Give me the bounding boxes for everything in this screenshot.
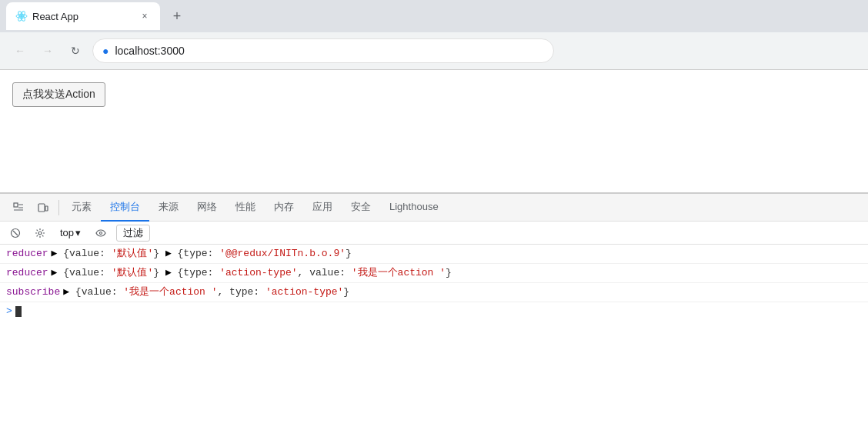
reload-button[interactable]: ↻	[65, 40, 86, 62]
svg-line-8	[13, 231, 18, 235]
url-bar[interactable]: ● localhost:3000	[92, 38, 554, 63]
forward-icon: →	[42, 45, 53, 57]
tab-performance[interactable]: 性能	[226, 194, 265, 222]
active-tab[interactable]: React App ×	[6, 2, 160, 30]
new-tab-button[interactable]: +	[166, 5, 188, 27]
address-bar: ← → ↻ ● localhost:3000	[0, 32, 868, 69]
tab-console[interactable]: 控制台	[101, 194, 149, 222]
svg-rect-4	[14, 203, 18, 207]
tab-sources[interactable]: 来源	[149, 194, 188, 222]
tab-close-button[interactable]: ×	[139, 10, 151, 22]
tab-application[interactable]: 应用	[303, 194, 342, 222]
context-selector[interactable]: top ▾	[55, 225, 85, 240]
console-content-2: ▶ {value: '默认值'} ▶ {type: 'action-type',…	[52, 265, 452, 281]
inspect-element-icon[interactable]	[6, 194, 31, 222]
page-content: 点我发送Action	[0, 70, 868, 193]
eye-icon-button[interactable]	[92, 224, 110, 242]
tab-lighthouse[interactable]: Lighthouse	[380, 194, 448, 222]
dropdown-arrow: ▾	[75, 227, 81, 238]
forward-button[interactable]: →	[37, 40, 58, 62]
svg-point-10	[100, 232, 102, 234]
console-source-2: reducer	[6, 265, 48, 281]
svg-rect-5	[38, 204, 45, 212]
console-line-1: reducer ▶ {value: '默认值'} ▶ {type: '@@red…	[0, 245, 868, 264]
browser-chrome: React App × + ← → ↻ ● localhost:3000	[0, 0, 868, 70]
devtools-panel: 元素 控制台 来源 网络 性能 内存 应用 安全 Lighthouse	[0, 193, 868, 410]
tab-security[interactable]: 安全	[342, 194, 380, 222]
svg-point-9	[38, 232, 42, 235]
reload-icon: ↻	[71, 45, 80, 57]
filter-label: 过滤	[116, 225, 150, 242]
console-source-3: subscribe	[6, 285, 60, 300]
console-prompt: >	[6, 304, 12, 319]
console-toolbar: top ▾ 过滤	[0, 222, 868, 245]
url-text: localhost:3000	[115, 45, 184, 57]
tab-network[interactable]: 网络	[188, 194, 226, 222]
tab-title: React App	[32, 11, 132, 22]
tab-memory[interactable]: 内存	[265, 194, 303, 222]
console-output: reducer ▶ {value: '默认值'} ▶ {type: '@@red…	[0, 245, 868, 410]
svg-point-0	[20, 15, 23, 18]
console-line-3: subscribe ▶ {value: '我是一个action ', type:…	[0, 283, 868, 302]
back-button[interactable]: ←	[9, 40, 31, 62]
console-line-2: reducer ▶ {value: '默认值'} ▶ {type: 'actio…	[0, 264, 868, 283]
back-icon: ←	[15, 45, 25, 57]
console-input-line[interactable]: >	[0, 302, 868, 321]
console-cursor	[15, 306, 22, 317]
secure-icon: ●	[102, 45, 108, 57]
devtools-tab-bar: 元素 控制台 来源 网络 性能 内存 应用 安全 Lighthouse	[0, 194, 868, 222]
device-toolbar-icon[interactable]	[31, 194, 55, 222]
tab-separator	[58, 200, 59, 215]
send-action-button[interactable]: 点我发送Action	[12, 82, 105, 107]
settings-button[interactable]	[31, 224, 49, 242]
console-content-3: ▶ {value: '我是一个action ', type: 'action-t…	[63, 285, 349, 300]
console-content-1: ▶ {value: '默认值'} ▶ {type: '@@redux/INITn…	[52, 246, 352, 262]
tab-elements[interactable]: 元素	[62, 194, 101, 222]
tab-bar: React App × +	[0, 0, 868, 32]
console-source-1: reducer	[6, 246, 48, 262]
context-label: top	[60, 227, 74, 238]
tab-favicon	[15, 10, 28, 22]
svg-rect-6	[45, 206, 48, 211]
clear-console-button[interactable]	[6, 224, 25, 242]
